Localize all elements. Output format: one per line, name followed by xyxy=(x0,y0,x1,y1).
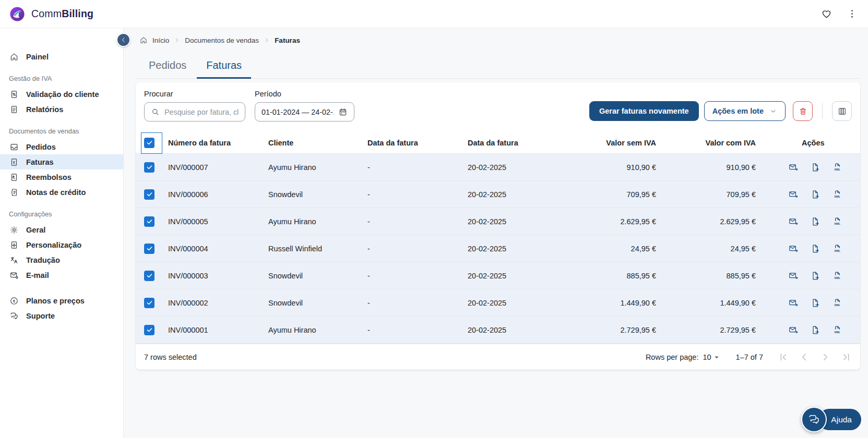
value-net: 2.729,95 € xyxy=(567,326,656,334)
period-field[interactable]: 01-01-2024 — 24-02-2025 xyxy=(255,102,354,121)
table-row[interactable]: INV/000006Snowdevil-20-02-2025709,95 €70… xyxy=(136,181,860,208)
invoice-date-2: 20-02-2025 xyxy=(468,245,567,253)
value-gross: 885,95 € xyxy=(656,272,756,280)
sidebar-item-faturas[interactable]: €Faturas xyxy=(0,154,123,169)
table-row[interactable]: INV/000007Ayumu Hirano-20-02-2025910,90 … xyxy=(136,154,860,181)
commbilling-logo-icon xyxy=(8,5,26,23)
row-checkbox[interactable] xyxy=(144,216,154,227)
tab-faturas[interactable]: Faturas xyxy=(197,55,251,78)
download-xml-button[interactable]: XML xyxy=(832,325,842,335)
table-row[interactable]: INV/000005Ayumu Hirano-20-02-20252.629,9… xyxy=(136,208,860,235)
download-xml-button[interactable]: XML xyxy=(832,271,842,281)
sidebar-item-reembolsos[interactable]: Reembolsos xyxy=(0,169,123,185)
download-xml-button[interactable]: XML xyxy=(832,244,842,254)
sidebar-item-relatorios[interactable]: Relatórios xyxy=(0,102,123,117)
send-email-button[interactable] xyxy=(788,244,799,254)
columns-icon xyxy=(837,106,847,116)
table-row[interactable]: INV/000001Ayumu Hirano-20-02-20252.729,9… xyxy=(136,317,860,344)
orders-icon xyxy=(9,142,19,152)
row-checkbox[interactable] xyxy=(144,325,154,335)
chevron-right-button[interactable] xyxy=(819,351,831,363)
sidebar-item-notas-de-credito[interactable]: Notas de crédito xyxy=(0,185,123,200)
search-field xyxy=(144,102,245,121)
sidebar-item-validacao-do-cliente[interactable]: Validação do cliente xyxy=(0,87,123,102)
export-file-button[interactable] xyxy=(810,216,821,227)
export-file-button[interactable] xyxy=(810,189,821,200)
svg-text:XML: XML xyxy=(834,167,840,171)
export-file-button[interactable] xyxy=(810,298,821,308)
column-client: Cliente xyxy=(268,139,367,147)
export-file-button[interactable] xyxy=(810,325,821,335)
column-value-net: Valor sem IVA xyxy=(567,139,656,147)
download-xml-button[interactable]: XML xyxy=(832,216,842,227)
invoice-number: INV/000002 xyxy=(168,299,268,307)
chevron-left-button[interactable] xyxy=(799,351,810,363)
sidebar-item-e-mail[interactable]: E-mail xyxy=(0,267,123,283)
sidebar-item-geral[interactable]: Geral xyxy=(0,222,123,237)
sidebar-item-label: Personalização xyxy=(26,241,81,249)
client-name: Snowdevil xyxy=(268,272,367,280)
table-row[interactable]: INV/000004Russell Winfield-20-02-202524,… xyxy=(136,235,860,262)
sidebar-item-painel[interactable]: Painel xyxy=(0,49,123,64)
home-icon[interactable] xyxy=(139,36,148,44)
send-email-button[interactable] xyxy=(788,271,799,281)
column-invoice-date-2: Data da fatura xyxy=(468,139,567,147)
invoice-date: - xyxy=(367,326,468,334)
download-xml-button[interactable]: XML xyxy=(832,162,842,173)
sidebar-item-traducao[interactable]: Tradução xyxy=(0,252,123,267)
send-email-button[interactable] xyxy=(788,325,799,335)
row-checkbox[interactable] xyxy=(144,271,154,281)
send-email-button[interactable] xyxy=(788,298,799,308)
euro-icon: € xyxy=(9,296,19,306)
sidebar-item-pedidos[interactable]: Pedidos xyxy=(0,139,123,154)
table-body: INV/000007Ayumu Hirano-20-02-2025910,90 … xyxy=(136,154,860,344)
more-options-icon[interactable] xyxy=(847,8,858,19)
tab-pedidos[interactable]: Pedidos xyxy=(139,55,196,78)
search-input[interactable] xyxy=(164,108,239,116)
breadcrumb-documentos-de-vendas[interactable]: Documentos de vendas xyxy=(185,36,259,44)
column-value-gross: Valor com IVA xyxy=(656,139,756,147)
refund-icon xyxy=(9,173,19,182)
export-file-button[interactable] xyxy=(810,244,821,254)
breadcrumb-inicio[interactable]: Início xyxy=(152,36,169,44)
delete-button[interactable] xyxy=(793,101,813,121)
invoice-number: INV/000007 xyxy=(168,163,268,172)
row-checkbox[interactable] xyxy=(144,298,154,308)
rows-selected-text: 7 rows selected xyxy=(144,353,197,361)
columns-button[interactable] xyxy=(832,101,852,121)
batch-actions-button[interactable]: Ações em lote xyxy=(704,101,786,121)
invoice-date-2: 20-02-2025 xyxy=(468,326,567,334)
invoice-date-2: 20-02-2025 xyxy=(468,272,567,280)
tab-bar: Pedidos Faturas xyxy=(136,55,860,79)
sidebar-nav: PainelGestão de IVAValidação do clienteR… xyxy=(0,49,123,323)
rows-per-page-select[interactable]: 10 xyxy=(703,352,721,362)
column-invoice-number: Número da fatura xyxy=(168,139,268,147)
last-page-button[interactable] xyxy=(840,351,852,363)
row-checkbox[interactable] xyxy=(144,189,154,200)
export-file-button[interactable] xyxy=(810,271,821,281)
help-button[interactable]: Ajuda xyxy=(801,407,861,432)
sidebar-item-personalizacao[interactable]: Personalização xyxy=(0,237,123,252)
row-checkbox[interactable] xyxy=(144,162,154,173)
table-row[interactable]: INV/000002Snowdevil-20-02-20251.449,90 €… xyxy=(136,289,860,317)
breadcrumb-faturas: Faturas xyxy=(275,36,300,44)
regenerate-invoices-button[interactable]: Gerar faturas novamente xyxy=(589,101,699,121)
first-page-button[interactable] xyxy=(778,351,789,363)
favorite-icon[interactable] xyxy=(821,8,832,19)
download-xml-button[interactable]: XML xyxy=(832,298,842,308)
row-checkbox[interactable] xyxy=(144,244,154,254)
sidebar-collapse-button[interactable] xyxy=(116,33,130,47)
download-xml-button[interactable]: XML xyxy=(832,189,842,200)
chat-icon xyxy=(801,407,827,432)
brand-logo[interactable]: CommBilling xyxy=(8,5,93,23)
send-email-button[interactable] xyxy=(788,162,799,173)
svg-text:XML: XML xyxy=(834,330,840,333)
send-email-button[interactable] xyxy=(788,216,799,227)
select-all-checkbox[interactable] xyxy=(144,138,154,148)
sidebar-item-planos-e-precos[interactable]: €Planos e preços xyxy=(0,293,123,308)
send-email-button[interactable] xyxy=(788,189,799,200)
table-row[interactable]: INV/000003Snowdevil-20-02-2025885,95 €88… xyxy=(136,262,860,289)
export-file-button[interactable] xyxy=(810,162,821,173)
svg-text:€: € xyxy=(13,298,16,303)
sidebar-item-suporte[interactable]: Suporte xyxy=(0,308,123,323)
